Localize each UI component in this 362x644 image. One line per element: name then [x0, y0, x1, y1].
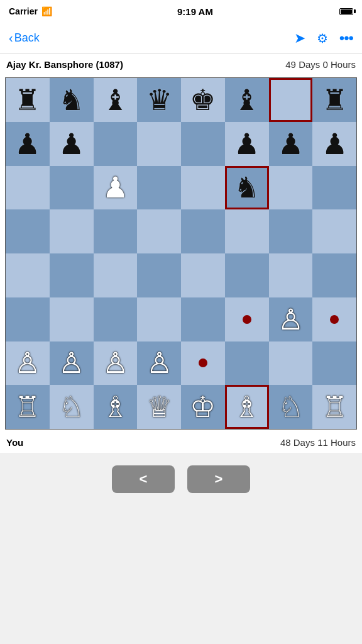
chess-cell[interactable]: ♞	[225, 166, 269, 210]
piece-black-1-5: ♟	[234, 130, 260, 158]
chess-cell[interactable]	[50, 209, 94, 253]
piece-black-0-5: ♝	[234, 86, 260, 114]
settings-icon[interactable]: ⚙	[317, 31, 328, 46]
chevron-left-icon: ‹	[9, 31, 13, 45]
chess-cell[interactable]	[225, 253, 269, 297]
chess-cell[interactable]: ♝	[94, 78, 138, 122]
chess-cell[interactable]: ♟	[269, 122, 313, 166]
chess-cell[interactable]	[181, 297, 225, 341]
chess-cell[interactable]: ♝	[225, 78, 269, 122]
chess-cell[interactable]	[181, 341, 225, 386]
piece-white-7-3: ♕	[146, 392, 172, 421]
move-dot	[199, 358, 207, 367]
chess-cell[interactable]: ♖	[312, 385, 356, 429]
next-button[interactable]: >	[187, 465, 250, 493]
back-button[interactable]: ‹ Back	[9, 31, 40, 45]
you-label: You	[6, 437, 23, 448]
chess-cell[interactable]: ♟	[50, 122, 94, 166]
chess-cell[interactable]: ♙	[269, 297, 313, 341]
chess-cell[interactable]	[181, 166, 225, 210]
piece-white-7-4: ♔	[190, 392, 216, 421]
chess-cell[interactable]: ♘	[269, 385, 313, 429]
chess-cell[interactable]	[269, 166, 313, 210]
chess-cell[interactable]: ♕	[137, 385, 181, 429]
chess-board-container: ♜♞♝♛♚♝♜♟♟♟♟♟♟♞♙♙♙♙♙♖♘♗♕♔♗♘♖	[0, 75, 362, 432]
chess-cell[interactable]	[50, 166, 94, 210]
chess-cell[interactable]	[6, 166, 50, 210]
piece-black-1-0: ♟	[14, 130, 40, 158]
piece-black-0-7: ♜	[322, 86, 348, 114]
chess-cell[interactable]	[312, 253, 356, 297]
chess-cell[interactable]	[50, 253, 94, 297]
battery-icon	[339, 8, 353, 15]
chess-cell[interactable]	[6, 297, 50, 341]
chess-cell[interactable]: ♟	[6, 122, 50, 166]
send-icon[interactable]: ➤	[294, 30, 305, 47]
chess-cell[interactable]	[269, 78, 313, 122]
chess-cell[interactable]	[137, 253, 181, 297]
chess-cell[interactable]: ♔	[181, 385, 225, 429]
chess-cell[interactable]	[312, 209, 356, 253]
chess-cell[interactable]	[181, 122, 225, 166]
piece-black-0-4: ♚	[190, 86, 216, 114]
you-row: You 48 Days 11 Hours	[0, 432, 362, 453]
chess-cell[interactable]: ♙	[6, 341, 50, 386]
chess-cell[interactable]	[225, 209, 269, 253]
opponent-time: 49 Days 0 Hours	[285, 59, 356, 70]
piece-white-2-2: ♟	[102, 173, 128, 202]
chess-cell[interactable]: ♟	[312, 122, 356, 166]
chess-cell[interactable]: ♟	[94, 166, 138, 210]
move-dot	[330, 315, 339, 324]
chess-cell[interactable]: ♗	[225, 385, 269, 429]
chess-cell[interactable]: ♙	[137, 341, 181, 386]
piece-black-1-1: ♟	[58, 130, 84, 158]
chess-cell[interactable]	[269, 253, 313, 297]
chess-cell[interactable]: ♙	[94, 341, 138, 386]
piece-black-2-5: ♞	[234, 173, 260, 202]
chess-cell[interactable]: ♞	[50, 78, 94, 122]
more-icon[interactable]: •••	[339, 30, 353, 47]
chess-cell[interactable]	[137, 297, 181, 341]
chess-cell[interactable]	[269, 209, 313, 253]
chess-cell[interactable]	[225, 297, 269, 341]
chess-cell[interactable]	[225, 341, 269, 386]
chess-cell[interactable]	[312, 297, 356, 341]
status-time: 9:19 AM	[177, 6, 213, 17]
chess-cell[interactable]: ♖	[6, 385, 50, 429]
chess-cell[interactable]	[137, 209, 181, 253]
chess-cell[interactable]	[50, 297, 94, 341]
chess-cell[interactable]	[94, 122, 138, 166]
nav-right-icons: ➤ ⚙ •••	[294, 30, 353, 47]
piece-black-0-3: ♛	[146, 86, 172, 114]
chess-cell[interactable]	[269, 341, 313, 386]
chess-cell[interactable]	[181, 209, 225, 253]
piece-white-7-1: ♘	[58, 392, 84, 421]
chess-cell[interactable]: ♗	[94, 385, 138, 429]
piece-white-7-6: ♘	[278, 392, 304, 421]
chess-cell[interactable]: ♘	[50, 385, 94, 429]
chess-cell[interactable]	[312, 341, 356, 386]
chess-cell[interactable]	[181, 253, 225, 297]
opponent-row: Ajay Kr. Bansphore (1087) 49 Days 0 Hour…	[0, 54, 362, 75]
piece-white-7-7: ♖	[322, 392, 348, 421]
chess-cell[interactable]	[137, 122, 181, 166]
chess-cell[interactable]	[94, 209, 138, 253]
chess-cell[interactable]: ♟	[225, 122, 269, 166]
chess-cell[interactable]	[6, 209, 50, 253]
chess-cell[interactable]	[312, 166, 356, 210]
piece-white-7-0: ♖	[14, 392, 40, 421]
chess-cell[interactable]	[137, 166, 181, 210]
chess-cell[interactable]: ♜	[6, 78, 50, 122]
opponent-name: Ajay Kr. Bansphore (1087)	[6, 59, 123, 70]
piece-black-0-1: ♞	[58, 86, 84, 114]
battery	[338, 8, 353, 15]
chess-cell[interactable]: ♙	[50, 341, 94, 386]
chess-cell[interactable]: ♚	[181, 78, 225, 122]
chess-cell[interactable]	[94, 253, 138, 297]
prev-button[interactable]: <	[112, 465, 175, 493]
chess-cell[interactable]	[94, 297, 138, 341]
chess-cell[interactable]: ♛	[137, 78, 181, 122]
chess-cell[interactable]: ♜	[312, 78, 356, 122]
chess-cell[interactable]	[6, 253, 50, 297]
chess-board[interactable]: ♜♞♝♛♚♝♜♟♟♟♟♟♟♞♙♙♙♙♙♖♘♗♕♔♗♘♖	[5, 77, 357, 430]
